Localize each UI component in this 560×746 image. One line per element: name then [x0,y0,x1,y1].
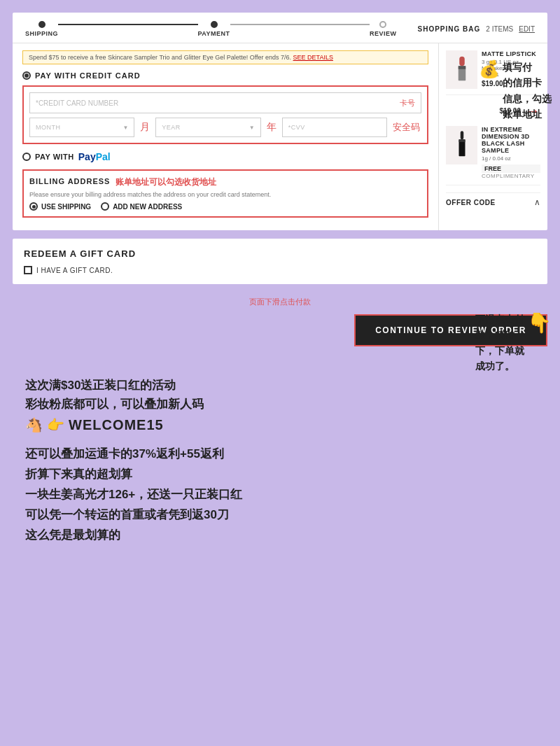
step-line-2 [230,24,370,25]
bottom-text-block2: 还可以叠加运通卡的37%返利+55返利 折算下来真的超划算 一块生姜高光才126… [25,444,535,545]
product-name-mascara: IN EXTREME DIMENSION 3D BLACK LASH SAMPL… [482,126,540,154]
add-new-radio [101,202,109,211]
card-number-placeholder: *CREDIT CARD NUMBER [36,99,118,107]
billing-options: USE SHIPPING ADD NEW ADDRESS [29,202,421,211]
welcome-code-text: WELCOME15 [69,417,164,433]
gift-card-checkbox[interactable] [24,266,32,274]
step-payment: PAYMENT [198,21,230,37]
product-item-mascara: IN EXTREME DIMENSION 3D BLACK LASH SAMPL… [446,126,540,185]
year-label: YEAR [162,124,181,131]
step-label-shipping: SHIPPING [25,30,58,37]
finger-emoji: 👉 [47,416,64,433]
paypal-radio[interactable] [22,153,31,161]
promo-link[interactable]: SEE DETAILS [293,54,333,61]
step-line-1 [58,24,197,25]
gift-card-label: I HAVE A GIFT CARD. [36,267,113,274]
bottom-line7: 这么凭是最划算的 [25,526,535,546]
card-number-field[interactable]: *CREDIT CARD NUMBER 卡号 [29,92,421,113]
billing-title-row: BILLING ADDRESS 账单地址可以勾选收货地址 [29,176,421,188]
use-shipping-option[interactable]: USE SHIPPING [29,202,91,211]
shopping-bag-title: SHOPPING BAG [418,25,481,33]
product-image-lipstick [446,50,477,89]
credit-card-form: *CREDIT CARD NUMBER 卡号 MONTH ▼ 月 YEAR ▼ [22,85,428,144]
credit-card-label: PAY WITH CREDIT CARD [35,71,141,80]
redeem-title: REDEEM A GIFT CARD [24,248,536,259]
annotation-top-right-text: 填写付的信用卡信息，勾选账单地址 [503,59,552,122]
month-label: MONTH [36,124,61,131]
card-expiry-row: MONTH ▼ 月 YEAR ▼ 年 *CVV [29,118,421,137]
product-image-mascara [446,126,477,164]
billing-cn-note: 账单地址可以勾选收货地址 [115,176,216,188]
step-review: REVIEW [370,21,397,37]
bottom-line3: 还可以叠加运通卡的37%返利+55返利 [25,444,535,465]
cvv-label: *CVV [288,124,305,131]
product-info-mascara: IN EXTREME DIMENSION 3D BLACK LASH SAMPL… [482,126,540,179]
bottom-line2: 彩妆粉底都可以，可以叠加新人码 [25,395,535,414]
add-new-option[interactable]: ADD NEW ADDRESS [101,202,182,211]
promo-banner: Spend $75 to receive a free Skincare Sam… [22,50,428,64]
cvv-cn-label: 安全码 [391,118,421,137]
cvv-field[interactable]: *CVV [282,118,387,137]
month-field[interactable]: MONTH ▼ [29,118,134,137]
offer-code-chevron-icon: ∧ [534,197,540,207]
bottom-line6: 可以凭一个转运的首重或者凭到返30刀 [25,505,535,526]
welcome-code-row: 🐴 👉 WELCOME15 [25,416,535,433]
month-arrow: ▼ [122,125,128,131]
bottom-info-section: 这次满$30送正装口红的活动 彩妆粉底都可以，可以叠加新人码 🐴 👉 WELCO… [13,365,547,557]
bottom-line4: 折算下来真的超划算 [25,465,535,485]
credit-card-radio[interactable] [22,71,31,80]
svg-rect-0 [459,57,465,66]
bottom-line1: 这次满$30送正装口红的活动 [25,376,535,395]
bottom-line5: 一块生姜高光才126+，还送一只正装口红 [25,485,535,505]
hand-pointing-emoji: 👇 [527,311,552,335]
scroll-hint: 页面下滑点击付款 [249,297,311,307]
promo-text: Spend $75 to receive a free Skincare Sam… [29,54,291,61]
redeem-area: REDEEM A GIFT CARD I HAVE A GIFT CARD. [13,239,547,284]
step-label-review: REVIEW [370,30,397,37]
step-dot-shipping [38,21,46,28]
offer-code-row[interactable]: OFFER CODE ∧ [446,192,540,211]
card-number-cn-label: 卡号 [400,98,415,108]
annotation-bottom-right-text: 下滑点击付款，核对一下，下单就成功了。 [475,311,524,374]
billing-note: Please ensure your billing address match… [29,191,421,198]
use-shipping-radio [29,202,38,211]
checkout-container: SHIPPING PAYMENT REVIEW SHOPPING BAG 2 I… [13,13,547,230]
annotation-bottom-right: 下滑点击付款，核对一下，下单就成功了。 👇 [475,311,552,374]
year-arrow: ▼ [249,125,255,131]
free-badge: FREE [482,164,540,173]
billing-section: BILLING ADDRESS 账单地址可以勾选收货地址 Please ensu… [22,169,428,218]
step-dot-review [379,21,386,28]
product-name-lipstick: MATTE LIPSTICK [482,50,540,57]
bag-count: 2 ITEMS [486,25,513,33]
svg-rect-3 [460,131,463,139]
paypal-logo: PayPal [78,151,111,162]
year-field[interactable]: YEAR ▼ [155,118,260,137]
bottom-text-block1: 这次满$30送正装口红的活动 彩妆粉底都可以，可以叠加新人码 🐴 👉 WELCO… [25,376,535,433]
progress-bar: SHIPPING PAYMENT REVIEW SHOPPING BAG 2 I… [13,13,547,43]
gift-card-option[interactable]: I HAVE A GIFT CARD. [24,266,536,274]
product-size-mascara: 1g / 0.04 oz [482,155,540,162]
annotation-top-right: 💰 填写付的信用卡信息，勾选账单地址 [479,59,552,122]
complimentary-label: COMPLIMENTARY [482,173,540,179]
step-label-payment: PAYMENT [198,30,230,37]
paypal-row: PAY WITH PayPal [22,151,428,162]
use-shipping-label: USE SHIPPING [41,203,91,211]
main-content: Spend $75 to receive a free Skincare Sam… [13,43,547,230]
shopping-bag-header: SHOPPING BAG 2 ITEMS EDIT [418,25,535,33]
svg-rect-5 [458,139,465,142]
lipstick-svg [451,54,472,85]
continue-area: 页面下滑点击付款 CONTINUE TO REVIEW ORDER [13,290,547,353]
add-new-label: ADD NEW ADDRESS [113,203,182,211]
money-bag-emoji: 💰 [479,59,500,79]
mascara-svg [451,129,472,161]
payment-section: Spend $75 to receive a free Skincare Sam… [13,43,439,230]
horse-emoji: 🐴 [25,416,43,433]
step-dot-payment [211,21,218,28]
offer-code-label: OFFER CODE [446,199,496,206]
bag-edit-link[interactable]: EDIT [519,25,535,33]
svg-rect-2 [458,66,465,69]
month-cn-label: 月 [139,118,151,137]
billing-title: BILLING ADDRESS [29,177,110,185]
step-shipping: SHIPPING [25,21,58,37]
credit-card-section-title: PAY WITH CREDIT CARD [22,71,428,80]
